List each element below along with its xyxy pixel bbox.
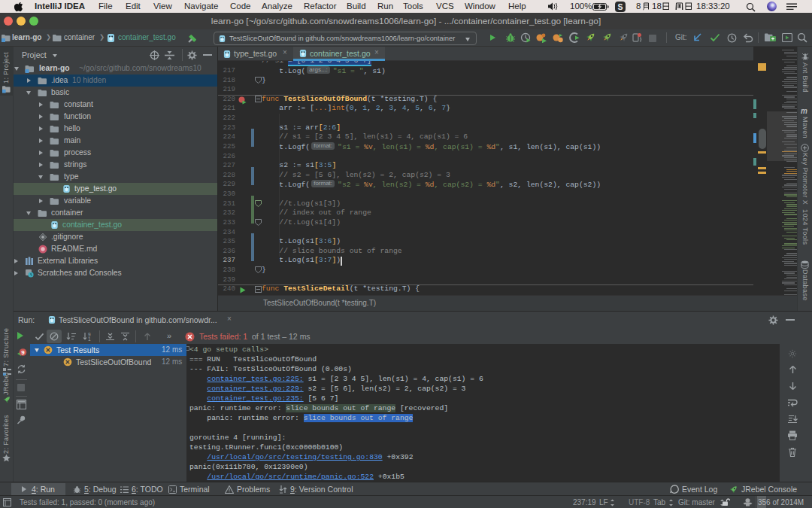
svg-text:9: 9 bbox=[21, 349, 25, 356]
svg-text:1: 1 bbox=[88, 336, 91, 342]
